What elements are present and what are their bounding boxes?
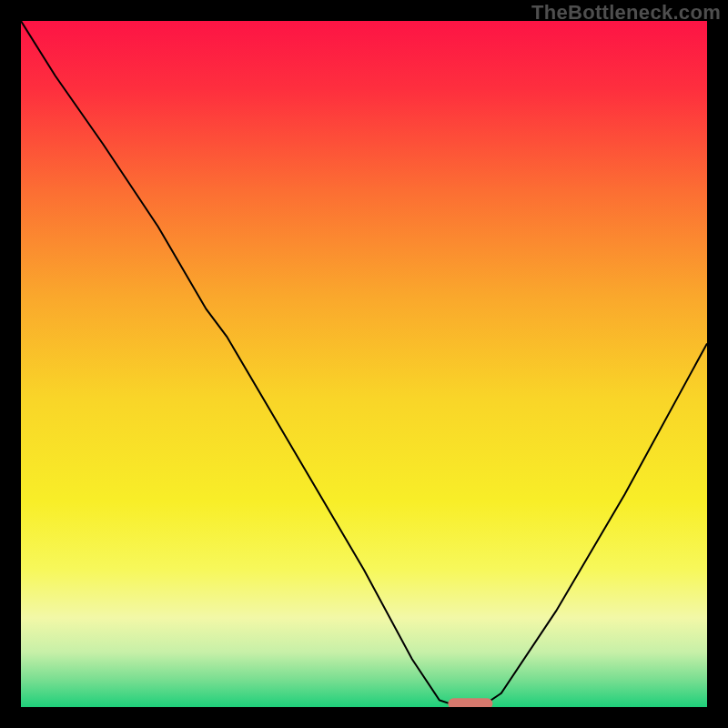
chart-svg xyxy=(21,21,707,707)
plot-area xyxy=(21,21,707,707)
watermark-text: TheBottleneck.com xyxy=(531,1,721,25)
optimal-marker xyxy=(448,698,492,707)
chart-background-gradient xyxy=(21,21,707,707)
chart-frame: TheBottleneck.com xyxy=(0,0,728,728)
